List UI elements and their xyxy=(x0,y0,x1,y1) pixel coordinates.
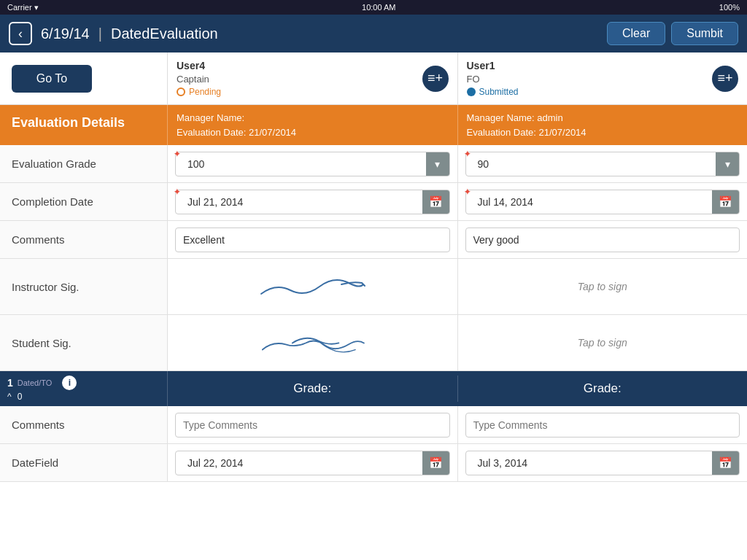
user2-status-label: Submitted xyxy=(479,87,519,97)
bottom-label-row: 1 Dated/TO i xyxy=(7,376,160,390)
comments-cell1 xyxy=(168,221,458,258)
user1-menu-button[interactable]: ≡+ xyxy=(422,66,449,92)
sub-comments-row: Comments xyxy=(0,406,747,444)
instructor-sig-area2[interactable]: Tap to sign xyxy=(465,265,740,308)
datefield-calendar-icon1[interactable]: 📅 xyxy=(422,451,449,475)
dropdown-arrow1[interactable]: ▾ xyxy=(426,152,449,176)
sub-comments-input2[interactable] xyxy=(465,413,740,438)
submit-button[interactable]: Sumbit xyxy=(671,22,738,45)
completion-date-cell2: ✦ Jul 14, 2014 📅 xyxy=(458,183,748,220)
student-sig-row: Student Sig. Tap to sign xyxy=(0,315,747,371)
datefield-field1[interactable]: Jul 22, 2014 📅 xyxy=(175,451,450,475)
user1-name: User4 xyxy=(177,60,221,71)
comments-cell2 xyxy=(458,221,748,258)
sub-comments-input1[interactable] xyxy=(175,413,450,438)
completion-date-label: Completion Date xyxy=(0,183,168,220)
sub-comments-label: Comments xyxy=(0,406,168,443)
goto-button[interactable]: Go To xyxy=(12,65,92,93)
bottom-num: 1 xyxy=(7,377,13,389)
required-star-date2: ✦ xyxy=(464,187,471,197)
evaluation-grade-dropdown1[interactable]: 100 ▾ xyxy=(175,152,450,176)
tap-to-sign-label1: Tap to sign xyxy=(578,281,627,292)
evaluation-grade-label: Evaluation Grade xyxy=(0,145,168,182)
required-star-2: ✦ xyxy=(464,149,471,159)
comments-input2[interactable] xyxy=(465,228,740,252)
completion-date-value1: Jul 21, 2014 xyxy=(176,190,422,214)
user-info-1: User4 Captain Pending xyxy=(177,60,221,97)
comments-label: Comments xyxy=(0,221,168,258)
instructor-sig-label: Instructor Sig. xyxy=(0,259,168,314)
instructor-sig-area1[interactable] xyxy=(175,265,450,308)
user-col-1: User4 Captain Pending ≡+ xyxy=(168,52,458,104)
status-dot-pending xyxy=(177,88,185,96)
completion-date-field1[interactable]: Jul 21, 2014 📅 xyxy=(175,190,450,214)
section-header-col2: Manager Name: adminEvaluation Date: 21/0… xyxy=(458,105,748,145)
datefield-value2: Jul 3, 2014 xyxy=(466,451,713,475)
instructor-sig-cell1[interactable] xyxy=(168,259,458,314)
bottom-bar: 1 Dated/TO i ^ 0 Grade: Grade: xyxy=(0,371,747,406)
section-header-label: Evaluation Details xyxy=(0,105,168,145)
evaluation-grade-dropdown2[interactable]: 90 ▾ xyxy=(465,152,740,176)
evaluation-grade-cell1: ✦ 100 ▾ xyxy=(168,145,458,182)
required-star-date1: ✦ xyxy=(174,187,180,197)
comments-input1[interactable] xyxy=(175,228,450,252)
calendar-icon1[interactable]: 📅 xyxy=(422,190,449,214)
section-header: Evaluation Details Manager Name:Evaluati… xyxy=(0,105,747,145)
calendar-icon2[interactable]: 📅 xyxy=(712,190,739,214)
status-dot-submitted xyxy=(467,88,476,96)
battery-label: 100% xyxy=(719,3,740,12)
nav-title: 6/19/14 | DatedEvaluation xyxy=(41,26,598,42)
student-sig-cell1[interactable] xyxy=(168,315,458,370)
evaluation-grade-row: Evaluation Grade ✦ 100 ▾ ✦ 90 ▾ xyxy=(0,145,747,183)
required-star: ✦ xyxy=(174,149,180,159)
bottom-sub-row: ^ 0 xyxy=(7,392,160,402)
user-header-row: Go To User4 Captain Pending ≡+ User1 FO xyxy=(0,52,747,105)
bottom-sub-num: 0 xyxy=(18,392,23,402)
user-info-2: User1 FO Submitted xyxy=(467,60,519,97)
student-sig-area2[interactable]: Tap to sign xyxy=(465,321,740,365)
instructor-sig-row: Instructor Sig. Tap to sign xyxy=(0,259,747,315)
completion-date-cell1: ✦ Jul 21, 2014 📅 xyxy=(168,183,458,220)
student-sig-area1[interactable] xyxy=(175,321,450,365)
completion-date-row: Completion Date ✦ Jul 21, 2014 📅 ✦ Jul 1… xyxy=(0,183,747,221)
main-content: Go To User4 Captain Pending ≡+ User1 FO xyxy=(0,52,747,560)
nav-bar: ‹ 6/19/14 | DatedEvaluation Clear Sumbit xyxy=(0,15,747,52)
datefield-cell2: Jul 3, 2014 📅 xyxy=(458,444,748,481)
sub-comments-cell1 xyxy=(168,406,458,443)
sub-comments-cell2 xyxy=(458,406,748,443)
user2-menu-button[interactable]: ≡+ xyxy=(712,66,738,92)
up-icon: ^ xyxy=(7,392,12,402)
dropdown-arrow2[interactable]: ▾ xyxy=(716,152,739,176)
evaluation-grade-value2: 90 xyxy=(466,152,716,176)
datefield-value1: Jul 22, 2014 xyxy=(176,451,422,475)
section-header-col1: Manager Name:Evaluation Date: 21/07/2014 xyxy=(168,105,458,145)
evaluation-grade-cell2: ✦ 90 ▾ xyxy=(458,145,748,182)
nav-page-name: DatedEvaluation xyxy=(111,26,218,42)
user2-name: User1 xyxy=(467,60,519,71)
completion-date-value2: Jul 14, 2014 xyxy=(466,190,713,214)
grade-col1: Grade: xyxy=(168,376,458,402)
datefield-label: DateField xyxy=(0,444,168,481)
student-sig-cell2[interactable]: Tap to sign xyxy=(458,315,748,370)
instructor-sig-cell2[interactable]: Tap to sign xyxy=(458,259,748,314)
carrier-label: Carrier ▾ xyxy=(7,3,39,12)
bottom-name: Dated/TO xyxy=(18,378,53,387)
tap-to-sign-label2: Tap to sign xyxy=(578,337,627,349)
evaluation-grade-value1: 100 xyxy=(176,152,426,176)
clear-button[interactable]: Clear xyxy=(607,22,665,45)
datefield-row: DateField Jul 22, 2014 📅 Jul 3, 2014 📅 xyxy=(0,444,747,482)
status-bar: Carrier ▾ 10:00 AM 100% xyxy=(0,0,747,15)
student-signature1 xyxy=(247,324,378,361)
info-icon[interactable]: i xyxy=(62,376,77,390)
time-label: 10:00 AM xyxy=(362,3,395,12)
datefield-field2[interactable]: Jul 3, 2014 📅 xyxy=(465,451,740,475)
grade-col2: Grade: xyxy=(458,376,748,402)
goto-section: Go To xyxy=(0,52,168,104)
student-sig-label: Student Sig. xyxy=(0,315,168,370)
completion-date-field2[interactable]: Jul 14, 2014 📅 xyxy=(465,190,740,214)
back-button[interactable]: ‹ xyxy=(9,22,32,45)
nav-date: 6/19/14 xyxy=(41,26,90,42)
datefield-calendar-icon2[interactable]: 📅 xyxy=(712,451,739,475)
user-col-2: User1 FO Submitted ≡+ xyxy=(458,52,748,104)
comments-row: Comments xyxy=(0,221,747,259)
